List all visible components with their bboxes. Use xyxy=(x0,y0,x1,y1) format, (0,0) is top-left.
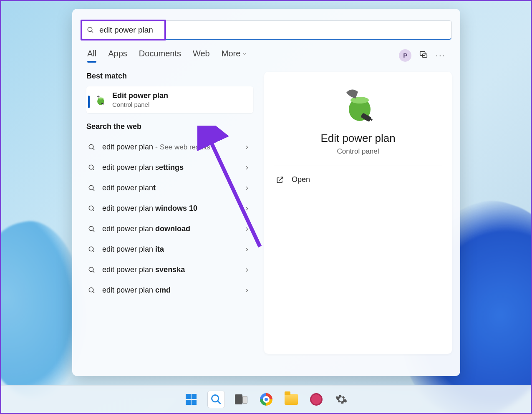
svg-line-33 xyxy=(217,401,220,404)
chevron-right-icon xyxy=(244,247,250,252)
search-box[interactable] xyxy=(81,20,452,40)
web-result-1[interactable]: edit power plan settings xyxy=(86,157,253,178)
search-icon xyxy=(87,26,94,34)
web-result-2[interactable]: edit power plant xyxy=(86,178,253,198)
chrome-icon xyxy=(260,393,272,406)
search-icon xyxy=(88,164,96,172)
task-view-button[interactable] xyxy=(232,391,250,408)
svg-line-1 xyxy=(91,31,93,33)
best-match-result[interactable]: Edit power plan Control panel xyxy=(86,86,253,113)
detail-title: Edit power plan xyxy=(274,132,442,145)
search-icon xyxy=(88,287,96,294)
web-result-5[interactable]: edit power plan ita xyxy=(86,239,253,260)
svg-point-7 xyxy=(89,144,93,149)
web-result-4[interactable]: edit power plan download xyxy=(86,219,253,239)
search-icon xyxy=(88,144,96,151)
start-button[interactable] xyxy=(182,391,200,408)
tab-more-label: More xyxy=(222,49,241,58)
search-web-header: Search the web xyxy=(86,122,253,131)
open-external-icon xyxy=(276,176,284,184)
svg-line-12 xyxy=(93,189,94,191)
more-options-icon[interactable]: ··· xyxy=(436,50,445,60)
search-icon xyxy=(88,184,96,192)
start-search-panel: All Apps Documents Web More P ··· Best m… xyxy=(72,9,460,376)
search-icon xyxy=(88,225,96,233)
tab-apps[interactable]: Apps xyxy=(108,49,127,62)
chevron-down-icon xyxy=(242,51,247,56)
taskbar-search-button[interactable] xyxy=(207,391,225,408)
tab-web[interactable]: Web xyxy=(193,49,210,62)
web-result-label: edit power plan settings xyxy=(102,163,237,172)
tab-documents[interactable]: Documents xyxy=(139,49,181,62)
open-action-label: Open xyxy=(292,175,310,184)
svg-rect-28 xyxy=(186,394,191,399)
search-icon xyxy=(210,394,222,405)
taskbar-app-pink[interactable] xyxy=(308,391,325,408)
svg-point-9 xyxy=(89,165,93,169)
taskbar-settings[interactable] xyxy=(333,391,350,408)
pink-app-icon xyxy=(310,393,323,406)
best-match-subtitle: Control panel xyxy=(112,101,168,108)
web-result-0[interactable]: edit power plan - See web results xyxy=(86,137,253,157)
web-result-6[interactable]: edit power plan svenska xyxy=(86,260,253,280)
detail-subtitle: Control panel xyxy=(274,147,442,156)
svg-rect-30 xyxy=(186,400,191,405)
web-result-label: edit power plan svenska xyxy=(102,265,237,274)
svg-rect-29 xyxy=(192,394,197,399)
result-detail-pane: Edit power plan Control panel Open xyxy=(264,72,452,354)
taskbar xyxy=(1,385,531,413)
chevron-right-icon xyxy=(244,288,250,293)
chevron-right-icon xyxy=(244,226,250,232)
svg-point-24 xyxy=(350,97,369,104)
filter-tabs: All Apps Documents Web More xyxy=(87,49,247,62)
svg-line-22 xyxy=(93,291,94,293)
account-avatar[interactable]: P xyxy=(399,49,411,62)
svg-point-0 xyxy=(88,27,92,32)
web-result-label: edit power plan cmd xyxy=(102,286,237,295)
windows-logo-icon xyxy=(185,393,197,406)
task-view-icon xyxy=(235,394,247,404)
svg-line-18 xyxy=(93,250,94,252)
search-icon xyxy=(88,205,96,212)
chevron-right-icon xyxy=(244,267,250,273)
open-action[interactable]: Open xyxy=(274,170,442,189)
best-match-header: Best match xyxy=(86,72,253,81)
svg-point-11 xyxy=(89,185,93,190)
web-result-label: edit power plan - See web results xyxy=(102,143,237,151)
svg-point-15 xyxy=(89,226,93,231)
svg-point-13 xyxy=(89,206,93,210)
chat-icon[interactable] xyxy=(419,50,428,61)
web-result-label: edit power plant xyxy=(102,184,237,192)
svg-point-5 xyxy=(98,97,103,99)
svg-point-19 xyxy=(89,267,93,272)
chevron-right-icon xyxy=(244,185,250,191)
svg-line-10 xyxy=(93,169,94,170)
power-plan-icon xyxy=(94,93,106,106)
svg-line-14 xyxy=(93,210,94,211)
folder-icon xyxy=(285,394,298,405)
svg-rect-31 xyxy=(192,400,197,405)
svg-point-32 xyxy=(212,395,218,401)
web-result-label: edit power plan download xyxy=(102,225,237,233)
svg-line-8 xyxy=(93,148,94,150)
web-results-list: edit power plan - See web resultsedit po… xyxy=(86,137,253,300)
search-icon xyxy=(88,266,96,274)
web-result-7[interactable]: edit power plan cmd xyxy=(86,280,253,300)
tab-all[interactable]: All xyxy=(87,49,96,62)
taskbar-file-explorer[interactable] xyxy=(282,391,300,408)
gear-icon xyxy=(335,393,348,406)
best-match-title: Edit power plan xyxy=(112,91,168,100)
svg-line-16 xyxy=(93,230,94,232)
svg-line-20 xyxy=(93,271,94,273)
chevron-right-icon xyxy=(244,144,250,150)
web-result-label: edit power plan ita xyxy=(102,245,237,254)
web-result-label: edit power plan windows 10 xyxy=(102,204,237,213)
chevron-right-icon xyxy=(244,206,250,212)
power-plan-large-icon xyxy=(338,84,378,124)
svg-point-21 xyxy=(89,288,93,292)
web-result-3[interactable]: edit power plan windows 10 xyxy=(86,198,253,219)
taskbar-chrome[interactable] xyxy=(257,391,275,408)
tab-more[interactable]: More xyxy=(222,49,247,62)
search-input[interactable] xyxy=(99,25,446,35)
search-icon xyxy=(88,246,96,253)
